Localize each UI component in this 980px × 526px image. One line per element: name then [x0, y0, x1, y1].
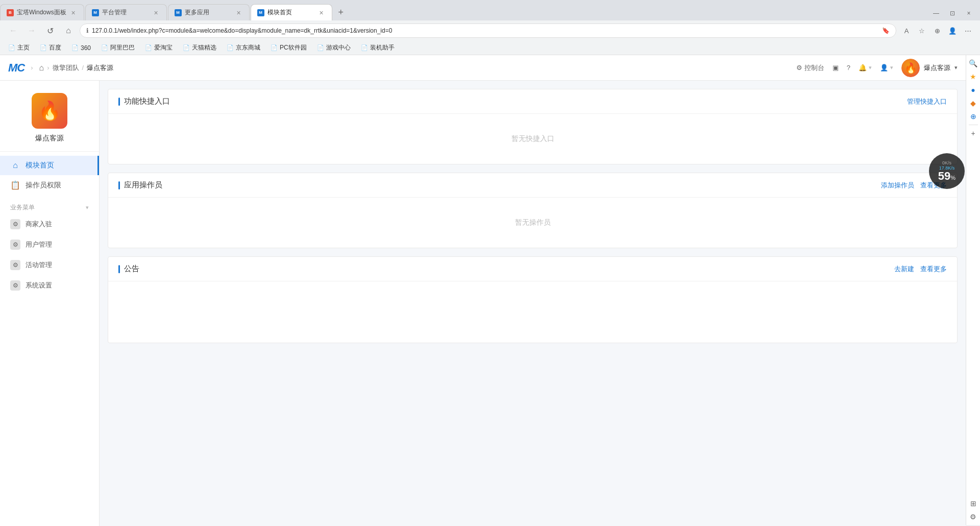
right-star-icon[interactable]: ★: [967, 70, 979, 83]
upload-speed: 0K/s: [942, 160, 951, 165]
favorite-icon[interactable]: ☆: [916, 25, 928, 37]
user-name[interactable]: 爆点客源: [924, 63, 950, 73]
right-search-icon[interactable]: 🔍: [967, 57, 979, 69]
right-panel-divider: [969, 125, 978, 125]
bell-btn[interactable]: 🔔 ▾: [859, 64, 872, 71]
bookmark-baidu-label: 百度: [49, 43, 61, 52]
bookmark-games[interactable]: 📄 游戏中心: [313, 42, 355, 54]
tab-more-apps[interactable]: M 更多应用 ×: [168, 4, 250, 20]
create-announcement-link[interactable]: 去新建: [894, 265, 914, 274]
sidebar-item-module-home[interactable]: ⌂ 模块首页: [0, 156, 99, 175]
view-more-announcements-link[interactable]: 查看更多: [920, 265, 947, 274]
user-avatar[interactable]: 🔥: [901, 59, 920, 77]
monitor-btn[interactable]: ▣: [832, 64, 839, 71]
quick-entry-title-text: 功能快捷入口: [124, 97, 170, 106]
reload-button[interactable]: ↺: [43, 23, 57, 38]
tab-module-home[interactable]: M 模块首页 ×: [251, 4, 332, 20]
tab-baota-close[interactable]: ×: [69, 9, 78, 17]
user-icon: 👤: [880, 64, 888, 71]
user-btn[interactable]: 👤 ▾: [880, 64, 893, 71]
tab-module-home-close[interactable]: ×: [317, 9, 326, 17]
bookmark-baidu[interactable]: 📄 百度: [36, 42, 65, 54]
sidebar-item-merchant[interactable]: ⚙ 商家入驻: [0, 214, 99, 234]
tab-baota[interactable]: B 宝塔Windows面板 ×: [0, 4, 84, 20]
control-panel-btn[interactable]: ⚙ 控制台: [796, 63, 824, 73]
bookmark-home[interactable]: 📄 主页: [4, 42, 34, 54]
help-btn[interactable]: ?: [847, 64, 850, 71]
section-arrow-icon[interactable]: ▾: [86, 204, 89, 211]
bookmark-jd-label: 京东商城: [236, 43, 260, 52]
announcement-title: 公告: [118, 264, 139, 274]
operators-title-text: 应用操作员: [124, 180, 162, 190]
bookmark-aitaobao[interactable]: 📄 爱淘宝: [141, 42, 177, 54]
bookmark-tianmao-label: 天猫精选: [192, 43, 216, 52]
breadcrumb-sep1: ›: [47, 64, 49, 71]
add-operator-link[interactable]: 添加操作员: [881, 181, 914, 190]
more-icon[interactable]: ⋯: [962, 25, 974, 37]
network-speed-widget: 0K/s 17.8K/s 59 %: [929, 153, 965, 189]
bookmark-360[interactable]: 📄 360: [67, 42, 95, 54]
merchant-label: 商家入驻: [26, 220, 52, 229]
bookmark-tianmao[interactable]: 📄 天猫精选: [179, 42, 220, 54]
bookmark-jd[interactable]: 📄 京东商城: [223, 42, 264, 54]
bookmarks-bar: 📄 主页 📄 百度 📄 360 📄 阿里巴巴 📄 爱淘宝 📄 天猫精选 📄 京东…: [0, 41, 980, 55]
activity-label: 活动管理: [26, 260, 52, 270]
sidebar-item-operator[interactable]: 📋 操作员权限: [0, 175, 99, 195]
account-icon[interactable]: 👤: [946, 25, 959, 37]
address-bar[interactable]: ℹ 127.0.0.1/web/index.php?c=module&a=wel…: [80, 23, 896, 38]
minimize-button[interactable]: —: [929, 6, 943, 20]
sidebar: 🔥 爆点客源 ⌂ 模块首页 📋 操作员权限 业务菜单 ▾: [0, 81, 100, 526]
tab-platform-close[interactable]: ×: [152, 9, 160, 17]
right-wallet-icon[interactable]: ◆: [967, 97, 979, 109]
operators-header: 应用操作员 添加操作员 查看更多: [108, 173, 957, 198]
forward-button[interactable]: →: [24, 23, 39, 38]
sidebar-logo-area: 🔥 爆点客源: [0, 81, 99, 152]
right-circle-icon[interactable]: ⊕: [967, 110, 979, 123]
sidebar-item-user[interactable]: ⚙ 用户管理: [0, 234, 99, 255]
bookmark-pcsoftware-label: PC软件园: [280, 43, 307, 52]
right-settings-icon[interactable]: ⚙: [967, 511, 979, 523]
sidebar-app-name: 爆点客源: [35, 134, 64, 143]
section-title-text: 业务菜单: [10, 203, 35, 212]
mc-favicon-3: M: [257, 9, 264, 16]
main-content: 功能快捷入口 管理快捷入口 暂无快捷入口 应用操作员: [100, 81, 966, 526]
sidebar-section-title: 业务菜单 ▾: [10, 203, 89, 212]
breadcrumb-home-icon[interactable]: ⌂: [39, 63, 44, 73]
announcement-title-text: 公告: [124, 264, 139, 274]
right-add-icon[interactable]: +: [967, 127, 979, 139]
bookmark-alibaba-icon: 📄: [101, 44, 108, 51]
home-button[interactable]: ⌂: [61, 23, 76, 38]
activity-icon: ⚙: [10, 260, 20, 270]
bookmark-pcsoftware[interactable]: 📄 PC软件园: [266, 42, 311, 54]
back-button[interactable]: ←: [6, 23, 20, 38]
header-user-dropdown-arrow[interactable]: ▾: [954, 64, 958, 71]
merchant-icon: ⚙: [10, 219, 20, 229]
manage-quick-entry-link[interactable]: 管理快捷入口: [907, 97, 947, 106]
bookmark-install[interactable]: 📄 装机助手: [357, 42, 399, 54]
mc-favicon-1: M: [92, 9, 99, 16]
maximize-button[interactable]: ⊡: [945, 6, 960, 20]
translate-icon[interactable]: A: [900, 25, 913, 37]
monitor-icon: ▣: [832, 64, 839, 71]
bookmark-aitaobao-label: 爱淘宝: [154, 43, 173, 52]
announcement-title-bar: [118, 265, 120, 273]
collection-icon[interactable]: ⊕: [931, 25, 943, 37]
close-window-button[interactable]: ×: [962, 6, 976, 20]
announcement-section: 公告 去新建 查看更多: [108, 256, 958, 343]
bookmark-alibaba-label: 阿里巴巴: [110, 43, 135, 52]
control-panel-icon: ⚙: [796, 64, 802, 71]
breadcrumb-team[interactable]: 微擎团队: [53, 63, 79, 73]
bookmark-alibaba[interactable]: 📄 阿里巴巴: [97, 42, 139, 54]
right-blue-icon[interactable]: ●: [967, 84, 979, 96]
bookmark-install-label: 装机助手: [370, 43, 395, 52]
tab-platform[interactable]: M 平台管理 ×: [85, 4, 167, 20]
new-tab-button[interactable]: +: [333, 4, 349, 20]
sidebar-item-settings[interactable]: ⚙ 系统设置: [0, 275, 99, 296]
sidebar-item-activity[interactable]: ⚙ 活动管理: [0, 255, 99, 275]
bookmark-games-label: 游戏中心: [326, 43, 351, 52]
tab-more-apps-close[interactable]: ×: [235, 9, 243, 17]
quick-entry-empty: 暂无快捷入口: [511, 134, 554, 144]
right-grid-icon[interactable]: ⊞: [967, 497, 979, 510]
user-mgmt-label: 用户管理: [26, 240, 52, 249]
home-nav-icon: ⌂: [10, 161, 20, 170]
